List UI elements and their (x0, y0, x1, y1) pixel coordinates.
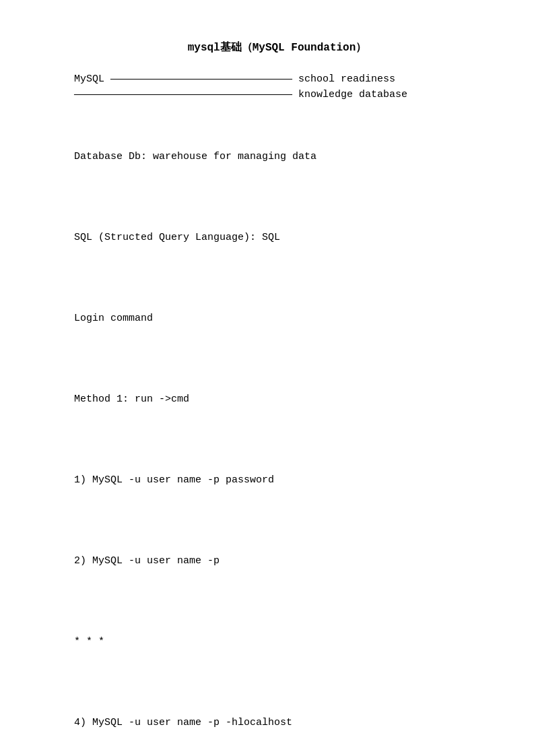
item1-section: 1) MySQL -u user name -p password (74, 440, 480, 505)
database-section: Database Db: warehouse for managing data (74, 117, 480, 181)
dashes-line2: ———————————————————————————————————— (74, 89, 292, 100)
method1-section: Method 1: run ->cmd (74, 359, 480, 424)
item4a-section: 4) MySQL -u user name -p -hlocalhost (74, 683, 480, 747)
header-line1: MySQL —————————————————————————————— sch… (74, 73, 480, 85)
header-line2: ———————————————————————————————————— kno… (74, 89, 480, 100)
stars-text: * * * (74, 634, 480, 650)
mysql-label: MySQL (74, 73, 110, 85)
login-text: Login command (74, 311, 480, 327)
school-readiness-label: school readiness (292, 73, 395, 85)
sql-section: SQL (Structed Query Language): SQL (74, 197, 480, 262)
dashes-line1: —————————————————————————————— (110, 73, 292, 85)
page-title: mysql基础（MySQL Foundation） (74, 40, 480, 55)
item4a-text: 4) MySQL -u user name -p -hlocalhost (74, 715, 480, 731)
item1-text: 1) MySQL -u user name -p password (74, 472, 480, 489)
stars-section: * * * (74, 602, 480, 666)
method1-text: Method 1: run ->cmd (74, 391, 480, 408)
knowledge-database-label: knowledge database (292, 89, 407, 100)
sql-text: SQL (Structed Query Language): SQL (74, 230, 480, 246)
login-section: Login command (74, 278, 480, 343)
database-text: Database Db: warehouse for managing data (74, 149, 480, 165)
item2-text: 2) MySQL -u user name -p (74, 553, 480, 569)
item2-section: 2) MySQL -u user name -p (74, 521, 480, 586)
